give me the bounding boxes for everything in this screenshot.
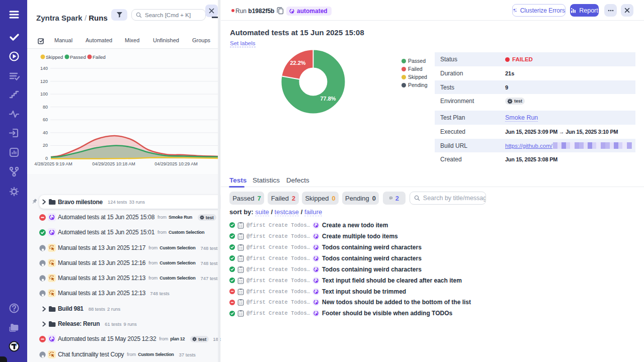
svg-text:Failed: Failed [93, 54, 106, 60]
svg-text:4/28/2025 9:19 AM: 4/28/2025 9:19 AM [34, 161, 72, 166]
svg-text:140: 140 [40, 66, 48, 71]
svg-text:80: 80 [43, 105, 48, 110]
svg-text:0: 0 [45, 156, 48, 161]
svg-text:40: 40 [43, 130, 48, 135]
svg-text:22.2%: 22.2% [290, 60, 305, 66]
svg-text:20: 20 [43, 143, 48, 148]
svg-text:04/29/2025 10:18 AM: 04/29/2025 10:18 AM [92, 161, 135, 166]
svg-text:120: 120 [40, 79, 48, 84]
svg-text:60: 60 [43, 117, 48, 122]
svg-text:Skipped: Skipped [46, 54, 63, 60]
svg-text:Passed: Passed [70, 54, 86, 60]
svg-text:77.8%: 77.8% [320, 96, 336, 102]
svg-text:04/29/2025 10:29 AM: 04/29/2025 10:29 AM [154, 161, 198, 166]
svg-text:100: 100 [40, 92, 48, 97]
